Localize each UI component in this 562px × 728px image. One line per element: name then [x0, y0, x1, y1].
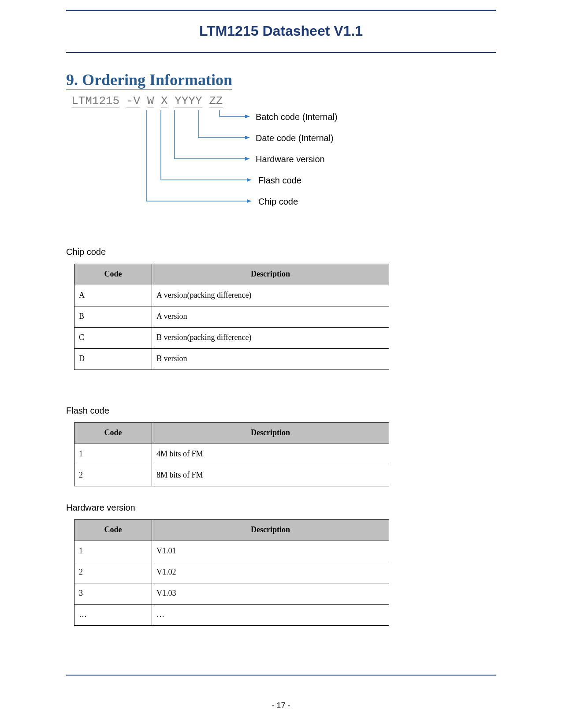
- callout-hw: Hardware version: [256, 154, 325, 164]
- cell-desc: V1.01: [152, 541, 389, 562]
- cell-code: 2: [74, 562, 152, 583]
- part-number-scheme: LTM1215 -V W X YYYY ZZ: [71, 94, 223, 108]
- pn-chip: -V: [127, 94, 140, 108]
- top-divider: [66, 10, 496, 11]
- datasheet-page: LTM1215 Datasheet V1.1 9. Ordering Infor…: [0, 0, 562, 728]
- section-heading-text: 9. Ordering Information: [66, 71, 232, 90]
- callout-diagram: Batch code (Internal) Date code (Interna…: [0, 110, 562, 225]
- chip-code-heading: Chip code: [66, 247, 106, 257]
- doc-title: LTM1215 Datasheet V1.1: [0, 23, 562, 39]
- cell-desc: 4M bits of FM: [152, 444, 389, 465]
- pn-date: YYYY: [175, 94, 202, 108]
- cell-desc: B version: [152, 349, 389, 370]
- table-row: 1 4M bits of FM: [74, 444, 389, 465]
- callout-flash: Flash code: [258, 175, 301, 186]
- section-heading: 9. Ordering Information: [66, 71, 232, 89]
- col-code: Code: [74, 520, 152, 541]
- cell-code: 1: [74, 444, 152, 465]
- cell-code: 3: [74, 583, 152, 605]
- cell-code: A: [74, 285, 152, 306]
- table-header-row: Code Description: [74, 423, 389, 444]
- cell-desc: 8M bits of FM: [152, 465, 389, 486]
- cell-code: …: [74, 605, 152, 626]
- hw-version-table: Code Description 1 V1.01 2 V1.02 3 V1.03…: [74, 519, 389, 626]
- pn-base: LTM1215: [71, 94, 119, 108]
- callout-chip: Chip code: [258, 197, 298, 207]
- page-number: - 17 -: [0, 701, 562, 710]
- table-row: … …: [74, 605, 389, 626]
- cell-code: 1: [74, 541, 152, 562]
- pn-hw: X: [161, 94, 168, 108]
- chip-code-table: Code Description A A version(packing dif…: [74, 264, 389, 370]
- cell-code: 2: [74, 465, 152, 486]
- table-row: 2 8M bits of FM: [74, 465, 389, 486]
- table-row: C B version(packing difference): [74, 328, 389, 349]
- table-row: B A version: [74, 306, 389, 328]
- cell-desc: A version(packing difference): [152, 285, 389, 306]
- hw-version-heading: Hardware version: [66, 503, 135, 513]
- table-row: A A version(packing difference): [74, 285, 389, 306]
- table-header-row: Code Description: [74, 264, 389, 285]
- flash-code-heading: Flash code: [66, 406, 109, 416]
- table-row: 3 V1.03: [74, 583, 389, 605]
- cell-desc: B version(packing difference): [152, 328, 389, 349]
- cell-desc: A version: [152, 306, 389, 328]
- col-code: Code: [74, 264, 152, 285]
- cell-desc: V1.03: [152, 583, 389, 605]
- callout-lines: [0, 110, 562, 225]
- header-divider: [66, 52, 496, 53]
- table-header-row: Code Description: [74, 520, 389, 541]
- col-desc: Description: [152, 423, 389, 444]
- cell-code: D: [74, 349, 152, 370]
- table-row: 1 V1.01: [74, 541, 389, 562]
- table-row: D B version: [74, 349, 389, 370]
- callout-date: Date code (Internal): [256, 133, 334, 143]
- col-desc: Description: [152, 264, 389, 285]
- flash-code-table: Code Description 1 4M bits of FM 2 8M bi…: [74, 422, 389, 486]
- pn-batch: ZZ: [209, 94, 223, 108]
- col-code: Code: [74, 423, 152, 444]
- footer-divider: [66, 675, 496, 676]
- callout-batch: Batch code (Internal): [256, 112, 338, 122]
- cell-desc: V1.02: [152, 562, 389, 583]
- cell-desc: …: [152, 605, 389, 626]
- col-desc: Description: [152, 520, 389, 541]
- cell-code: B: [74, 306, 152, 328]
- table-row: 2 V1.02: [74, 562, 389, 583]
- pn-flash: W: [147, 94, 154, 108]
- cell-code: C: [74, 328, 152, 349]
